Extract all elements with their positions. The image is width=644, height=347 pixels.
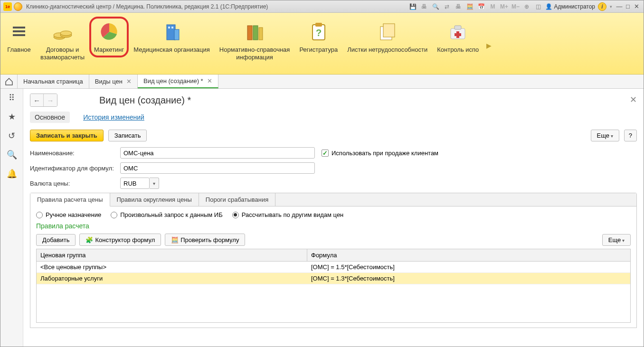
save-button[interactable]: Записать [108,130,147,141]
inner-tab-rounding[interactable]: Правила округления цены [110,193,199,206]
calendar-icon[interactable]: 📅 [477,2,485,11]
save-icon[interactable]: 💾 [408,2,417,11]
currency-input[interactable] [120,178,150,189]
section-marketing[interactable]: Маркетинг [89,17,129,57]
tabs-row: Начальная страница Виды цен ✕ Вид цен (с… [0,75,644,89]
m-minus-icon[interactable]: M− [511,2,520,11]
id-input[interactable] [120,162,315,174]
close-page-button[interactable]: ✕ [630,94,637,105]
svg-rect-9 [168,27,170,28]
button-label: Проверить формулу [180,236,239,244]
formula-constructor-button[interactable]: 🧩Конструктор формул [79,234,161,246]
tab-close-icon[interactable]: ✕ [207,77,212,84]
m-plus-icon[interactable]: M+ [500,2,508,11]
check-formula-button[interactable]: 🧮Проверить формулу [165,234,245,246]
name-input[interactable] [120,147,315,159]
notifications-icon[interactable]: 🔔 [7,169,17,179]
rules-title: Правила расчета [36,222,631,230]
preview-icon[interactable]: 🔍 [431,2,440,11]
section-control[interactable]: Контроль испо [432,17,483,56]
section-reference[interactable]: Нормативно-справочная информация [215,17,295,63]
info-icon[interactable]: i [598,2,606,11]
use-for-sales-checkbox[interactable]: ✓ Использовать при продаже клиентам [322,150,438,157]
col-formula[interactable]: Формула [307,249,630,261]
name-label: Наименование: [30,150,120,157]
print2-icon[interactable]: 🖶 [454,2,463,11]
inner-tab-thresholds[interactable]: Пороги срабатывания [199,193,275,206]
maximize-button[interactable]: □ [624,3,632,10]
medkit-icon [446,20,469,43]
grid-row[interactable]: Лабораторные услуги [ОМС] = 1.3*[Себесто… [37,273,630,284]
svg-rect-8 [174,29,179,40]
print-icon[interactable]: 🖶 [420,2,428,11]
radio-icon [232,212,239,218]
tab-home[interactable]: Начальная страница [18,75,89,88]
calc-icon[interactable]: 🧮 [465,2,474,11]
nav-buttons: ← → [30,94,57,107]
radio-query[interactable]: Произвольный запрос к данным ИБ [111,211,223,218]
currency-select[interactable]: ▾ [120,178,159,189]
tab-label: Вид цен (создание) * [143,77,203,84]
svg-rect-0 [13,27,25,28]
nav-back-button[interactable]: ← [30,94,44,106]
history-icon[interactable]: ↺ [7,131,17,141]
building-icon [161,20,183,43]
home-tab-icon[interactable] [0,75,18,88]
apps-icon[interactable]: ⠿ [7,93,17,103]
more-button[interactable]: Еще [591,130,619,141]
nav-forward-button[interactable]: → [44,94,57,106]
svg-rect-10 [171,27,173,28]
section-sicklists[interactable]: Листки нетрудоспособности [342,17,432,56]
section-medorg[interactable]: Медицинская организация [129,17,215,56]
row-id: Идентификатор для формул: [30,162,637,174]
form-subtabs: Основное История изменений [30,112,637,123]
main-menu-button[interactable] [14,2,22,11]
help-button[interactable]: ? [624,130,637,141]
section-registry[interactable]: ? Регистратура [294,17,342,56]
sections-scroll-right[interactable]: ▶ [483,42,494,49]
dropdown-icon[interactable]: ▾ [150,178,159,189]
app-window: 1e Клинико-диагностический центр / Медиц… [0,0,644,347]
section-main[interactable]: Главное [2,17,36,56]
save-and-close-button[interactable]: Записать и закрыть [30,130,104,141]
tab-close-icon[interactable]: ✕ [126,78,132,85]
svg-rect-11 [247,26,252,40]
form-content: ✕ ← → Вид цен (создание) * Основное Исто… [23,89,644,347]
svg-rect-12 [253,26,258,40]
radio-icon [36,212,43,218]
section-label: Медицинская организация [133,46,210,54]
constructor-icon: 🧩 [85,236,93,244]
favorite-icon[interactable]: ★ [7,112,17,122]
compare-icon[interactable]: ⇄ [443,2,451,11]
close-window-button[interactable]: ✕ [632,3,641,10]
checkbox-label: Использовать при продаже клиентам [331,150,438,157]
sections-panel: Главное Договоры и взаиморасчеты Маркети… [0,13,644,75]
tab-price-types[interactable]: Виды цен ✕ [89,75,138,88]
section-contracts[interactable]: Договоры и взаиморасчеты [36,17,89,63]
minimize-button[interactable]: — [615,3,624,10]
radio-icon [111,212,117,218]
clipboard-question-icon: ? [307,20,330,43]
user-label[interactable]: 👤 Администратор [545,3,595,10]
subtab-history[interactable]: История изменений [78,112,149,123]
info-dropdown-icon[interactable]: ▾ [606,2,615,11]
zoom-icon[interactable]: ⊕ [522,2,531,11]
radio-calc[interactable]: Рассчитывать по другим видам цен [232,211,344,218]
svg-rect-1 [13,30,25,32]
inner-tab-rules[interactable]: Правила расчета цены [30,193,110,206]
search-rail-icon[interactable]: 🔍 [7,150,17,160]
rules-more-button[interactable]: Еще [602,234,631,246]
grid-row[interactable]: <Все ценовые группы> [ОМС] = 1.5*[Себест… [37,262,630,273]
panels-icon[interactable]: ◫ [534,2,542,11]
command-bar: Записать и закрыть Записать Еще ? [30,130,637,141]
svg-point-6 [60,31,72,36]
svg-rect-18 [383,24,395,37]
m-icon[interactable]: M [488,2,497,11]
col-group[interactable]: Ценовая группа [37,249,307,261]
svg-rect-15 [315,23,322,27]
tab-price-type-create[interactable]: Вид цен (создание) * ✕ [138,75,218,88]
add-rule-button[interactable]: Добавить [36,234,76,246]
user-name: Администратор [554,3,595,10]
radio-manual[interactable]: Ручное назначение [36,211,101,218]
subtab-main[interactable]: Основное [30,112,70,123]
